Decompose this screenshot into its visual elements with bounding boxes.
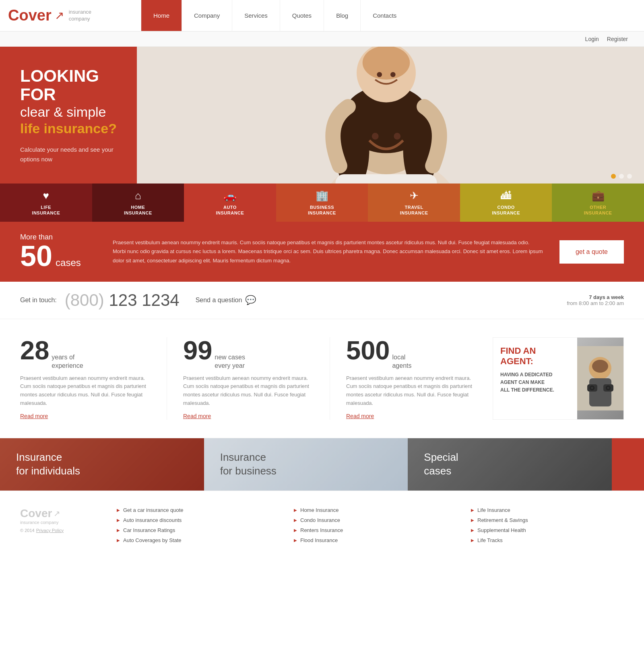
category-special-label: Special cases (424, 451, 458, 478)
other-icon: 💼 (592, 190, 605, 202)
svg-point-21 (591, 387, 593, 389)
nav-services[interactable]: Services (232, 0, 280, 31)
tab-business-insurance[interactable]: 🏢 BUSINESSINSURANCE (276, 184, 368, 222)
category-business[interactable]: Insurance for business (204, 438, 408, 491)
category-individuals[interactable]: Insurance for individuals (0, 438, 204, 491)
footer-link-item[interactable]: ▶ Renters Insurance (294, 527, 447, 533)
footer-link-item[interactable]: ▶ Auto insurance discounts (117, 517, 270, 523)
auto-label: AUTOINSURANCE (216, 204, 244, 216)
footer-link-text: Life Insurance (477, 507, 510, 513)
footer-link-item[interactable]: ▶ Life Insurance (471, 507, 624, 513)
feature-agents: 500 local agents Praesent vestibulum aen… (330, 337, 477, 420)
nav-home[interactable]: Home (141, 0, 182, 31)
svg-point-7 (394, 133, 400, 140)
home-icon: ⌂ (135, 190, 141, 202)
stats-number: 50 (20, 241, 52, 270)
feature-desc-3: local agents (392, 353, 411, 370)
footer-link-item[interactable]: ▶ Flood Insurance (294, 537, 447, 543)
contact-phone: (800) 123 1234 (65, 291, 180, 310)
contact-phone-number: 123 1234 (109, 291, 179, 309)
hero-title-line1: LOOKING FOR (20, 67, 127, 104)
hero-dot-3[interactable] (627, 174, 632, 179)
other-label: OTHERINSURANCE (584, 204, 612, 216)
footer-logo-text: Cover (20, 507, 52, 520)
logo[interactable]: Cover ↗ insurance company (0, 7, 141, 24)
hero-dot-2[interactable] (619, 174, 624, 179)
main-nav: Home Company Services Quotes Blog Contac… (141, 0, 644, 31)
feature-link-2[interactable]: Read more (183, 413, 211, 419)
stats-cases: cases (56, 257, 81, 268)
footer-link-text: Home Insurance (300, 507, 339, 513)
nav-company[interactable]: Company (182, 0, 232, 31)
footer-link-item[interactable]: ▶ Home Insurance (294, 507, 447, 513)
individuals-text-wrap: Insurance for individuals (0, 438, 204, 491)
footer-link-text: Auto insurance discounts (123, 517, 182, 523)
footer-arrow-icon: ▶ (294, 538, 297, 542)
business-icon: 🏢 (316, 190, 328, 202)
tab-condo-insurance[interactable]: 🏙 CONDOINSURANCE (460, 184, 552, 222)
hero-title-line2: clear & simple (20, 104, 127, 120)
feature-link-3[interactable]: Read more (346, 413, 374, 419)
nav-quotes[interactable]: Quotes (280, 0, 324, 31)
nav-contacts[interactable]: Contacts (360, 0, 409, 31)
contact-label: Get in touch: (20, 297, 57, 304)
footer-link-item[interactable]: ▶ Auto Coverages by State (117, 537, 270, 543)
footer-link-item[interactable]: ▶ Car Insurance Ratings (117, 527, 270, 533)
get-quote-button[interactable]: get a quote (559, 240, 624, 264)
feature-text-1: Praesent vestibulum aenean noummy endrer… (20, 374, 151, 408)
footer-link-item[interactable]: ▶ Supplemental Health (471, 527, 624, 533)
stats-description: Praesent vestibulum aenean noummy endrer… (113, 238, 543, 265)
agent-subtitle: HAVING A DEDICATED AGENT CAN MAKE ALL TH… (500, 371, 570, 394)
tab-home-insurance[interactable]: ⌂ HOMEINSURANCE (92, 184, 184, 222)
footer-link-text: Auto Coverages by State (123, 537, 182, 543)
stats-left: More than 50 cases (20, 233, 97, 270)
tab-life-insurance[interactable]: ♥ LIFEINSURANCE (0, 184, 92, 222)
footer-link-text: Retirement & Savings (477, 517, 528, 523)
category-right-accent (612, 438, 644, 491)
footer-arrow-icon: ▶ (471, 538, 474, 542)
footer-link-item[interactable]: ▶ Retirement & Savings (471, 517, 624, 523)
category-special[interactable]: Special cases (408, 438, 612, 491)
register-link[interactable]: Register (607, 36, 628, 42)
footer-arrow-icon: ▶ (117, 538, 120, 542)
contact-question[interactable]: Send a question 💬 (196, 295, 256, 305)
hero-image (137, 47, 644, 184)
category-individuals-label: Insurance for individuals (16, 451, 80, 478)
feature-text-3: Praesent vestibulum aenean noummy endrer… (346, 374, 477, 408)
feature-experience: 28 years of experience Praesent vestibul… (20, 337, 151, 420)
condo-label: CONDOINSURANCE (492, 204, 520, 216)
life-label: LIFEINSURANCE (32, 204, 60, 216)
footer-arrow-icon: ▶ (294, 518, 297, 522)
footer-link-text: Flood Insurance (300, 537, 338, 543)
footer-col-1: ▶ Get a car insurance quote ▶ Auto insur… (117, 507, 270, 547)
feature-desc-1: years of experience (52, 353, 83, 370)
top-bar: Login Register (0, 32, 644, 47)
footer-link-item[interactable]: ▶ Life Tracks (471, 537, 624, 543)
travel-label: TRAVELINSURANCE (400, 204, 428, 216)
svg-point-10 (377, 72, 382, 77)
contact-hours: 7 days a week from 8:00 am to 2:00 am (567, 294, 624, 306)
svg-point-11 (390, 72, 396, 77)
stats-section: More than 50 cases Praesent vestibulum a… (0, 222, 644, 282)
hero-dot-1[interactable] (611, 174, 616, 179)
find-agent-box[interactable]: FIND AN AGENT: HAVING A DEDICATED AGENT … (493, 337, 624, 420)
special-text-wrap: Special cases (408, 438, 612, 491)
nav-blog[interactable]: Blog (324, 0, 360, 31)
feature-number-1: 28 (20, 337, 49, 363)
tab-travel-insurance[interactable]: ✈ TRAVELINSURANCE (368, 184, 460, 222)
footer-link-item[interactable]: ▶ Condo Insurance (294, 517, 447, 523)
hero-section: LOOKING FOR clear & simple life insuranc… (0, 47, 644, 184)
footer-privacy-link[interactable]: Privacy Policy (36, 528, 64, 533)
feature-link-1[interactable]: Read more (20, 413, 48, 419)
business-text-wrap: Insurance for business (204, 438, 408, 491)
footer-col-3: ▶ Life Insurance ▶ Retirement & Savings … (471, 507, 624, 547)
tab-auto-insurance[interactable]: 🚗 AUTOINSURANCE (184, 184, 276, 222)
footer-link-item[interactable]: ▶ Get a car insurance quote (117, 507, 270, 513)
tab-other-insurance[interactable]: 💼 OTHERINSURANCE (552, 184, 644, 222)
contact-question-text: Send a question (196, 297, 242, 304)
svg-point-6 (372, 133, 379, 140)
footer-col-2: ▶ Home Insurance ▶ Condo Insurance ▶ Ren… (294, 507, 447, 547)
login-link[interactable]: Login (585, 36, 599, 42)
footer-arrow-icon: ▶ (294, 508, 297, 512)
life-icon: ♥ (43, 190, 49, 202)
